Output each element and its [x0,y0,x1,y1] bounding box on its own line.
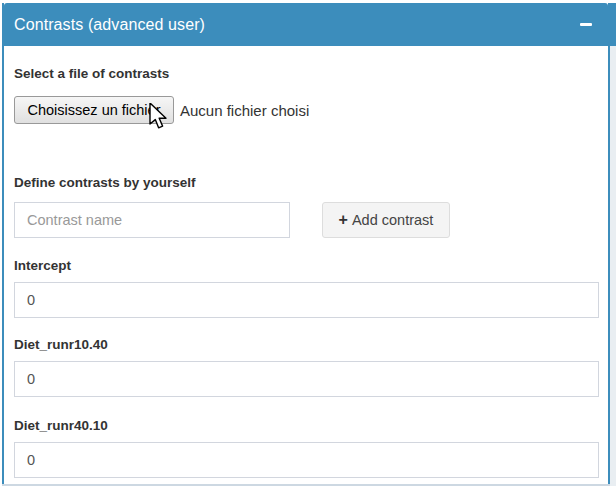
panel-title: Contrasts (advanced user) [14,16,577,34]
field-label: Intercept [14,259,599,273]
contrast-field-intercept: Intercept [14,259,599,318]
contrast-field-diet-runr40-10: Diet_runr40.10 [14,419,599,478]
plus-icon: + [339,212,348,228]
file-section-label: Select a file of contrasts [14,67,599,81]
intercept-value-input[interactable] [14,282,599,318]
page-background-strip [610,46,616,486]
add-contrast-label: Add contrast [352,212,433,228]
collapse-button[interactable] [577,16,595,34]
page: Contrasts (advanced user) Select a file … [0,0,616,486]
minus-icon [580,23,592,26]
contrasts-panel: Contrasts (advanced user) Select a file … [2,3,610,486]
file-input-row: Choisissez un fichier Aucun fichier choi… [14,96,599,124]
diet-runr40-10-value-input[interactable] [14,442,599,478]
contrast-name-input[interactable] [14,202,290,238]
diet-runr10-40-value-input[interactable] [14,361,599,397]
adjacent-header-strip [610,3,616,46]
field-label: Diet_runr40.10 [14,419,599,433]
define-section-label: Define contrasts by yourself [14,176,599,190]
add-contrast-button[interactable]: + Add contrast [322,202,450,238]
choose-file-button[interactable]: Choisissez un fichier [14,96,174,124]
panel-header: Contrasts (advanced user) [4,3,608,46]
field-label: Diet_runr10.40 [14,338,599,352]
contrast-field-diet-runr10-40: Diet_runr10.40 [14,338,599,397]
panel-body: Select a file of contrasts Choisissez un… [4,46,608,478]
define-contrast-row: + Add contrast [14,202,599,238]
no-file-chosen-text: Aucun fichier choisi [180,102,309,119]
